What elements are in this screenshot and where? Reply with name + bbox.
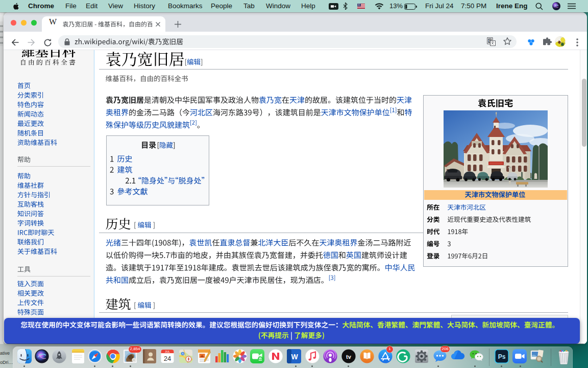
svg-text:A: A <box>182 352 184 355</box>
svg-text:W: W <box>291 353 298 361</box>
svg-text:Ps: Ps <box>498 353 506 360</box>
svg-text:24: 24 <box>163 355 170 362</box>
svg-text:JUL: JUL <box>165 350 170 353</box>
